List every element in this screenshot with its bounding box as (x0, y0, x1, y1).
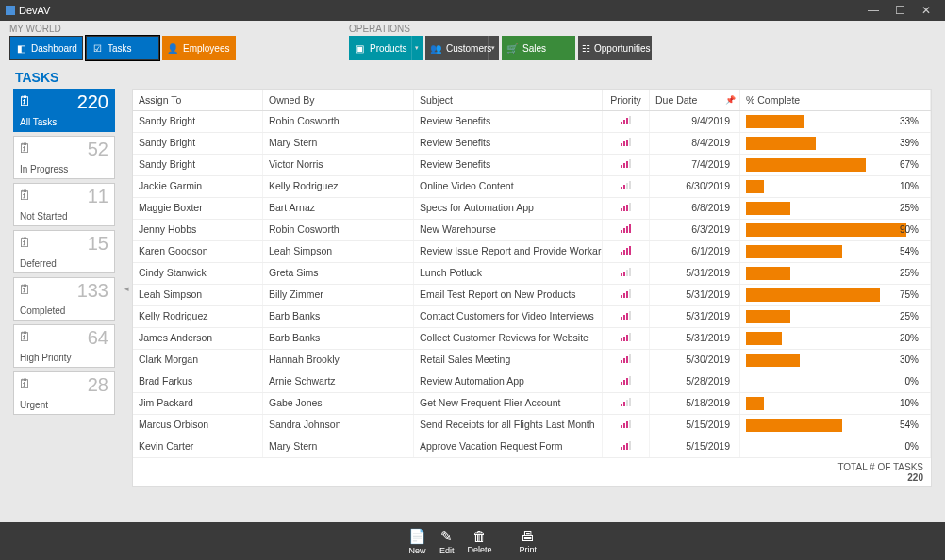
sidebar-count: 11 (88, 186, 108, 207)
status-icon: 🗓 (18, 329, 31, 344)
grid-header-row: Assign To Owned By Subject Priority Due … (133, 90, 931, 111)
priority-bars-icon (621, 158, 631, 168)
cell-due: 6/1/2019 (650, 241, 740, 262)
table-row[interactable]: Leah SimpsonBilly ZimmerEmail Test Repor… (133, 285, 931, 306)
table-row[interactable]: James AndersonBarb BanksCollect Customer… (133, 328, 931, 350)
sidebar-item-high-priority[interactable]: 🗓64High Priority (13, 324, 115, 368)
table-row[interactable]: Sandy BrightVictor NorrisReview Benefits… (133, 155, 931, 176)
cell-pct: 0% (740, 371, 931, 392)
cell-subject: Collect Customer Reviews for Website (414, 328, 603, 349)
nav-dashboard[interactable]: ◧Dashboard (9, 36, 83, 60)
col-header-pct[interactable]: % Complete (740, 90, 931, 110)
table-row[interactable]: Jackie GarminKelly RodriguezOnline Video… (133, 176, 931, 198)
cell-owned: Barb Banks (263, 328, 414, 349)
col-header-due[interactable]: Due Date📌 (650, 90, 740, 110)
nav-opportunities[interactable]: ☷Opportunities (578, 36, 652, 60)
cell-priority (603, 306, 650, 327)
sidebar-item-all-tasks[interactable]: 🗓220All Tasks (13, 89, 115, 132)
chevron-down-icon[interactable]: ▾ (488, 36, 497, 60)
cell-pct: 20% (740, 328, 931, 349)
cell-due: 5/31/2019 (650, 306, 740, 327)
cell-subject: Contact Customers for Video Interviews (414, 306, 603, 327)
sidebar-item-not-started[interactable]: 🗓11Not Started (13, 183, 115, 226)
col-header-owned[interactable]: Owned By (263, 90, 414, 110)
nav-sales[interactable]: 🛒Sales (502, 36, 575, 60)
table-row[interactable]: Brad FarkusArnie SchwartzReview Automati… (133, 371, 931, 393)
cell-assign: Jenny Hobbs (133, 220, 263, 240)
sidebar-count: 64 (88, 327, 108, 349)
employees-icon: 👤 (166, 43, 179, 54)
sidebar-item-in-progress[interactable]: 🗓52In Progress (13, 136, 115, 179)
cell-priority (603, 176, 650, 197)
cell-assign: Sandy Bright (133, 133, 263, 154)
grid-footer-total: TOTAL # OF TASKS220 (133, 458, 931, 486)
table-row[interactable]: Kevin CarterMary SternApprove Vacation R… (133, 436, 931, 458)
sidebar-collapse-handle[interactable]: ◂ (124, 89, 132, 487)
cell-pct: 39% (740, 133, 931, 154)
cell-owned: Billy Zimmer (263, 285, 414, 305)
nav-products[interactable]: ▣Products▾ (349, 36, 423, 60)
col-header-assign[interactable]: Assign To (133, 90, 263, 110)
cell-due: 8/4/2019 (650, 133, 740, 154)
cell-pct: 30% (740, 350, 931, 371)
nav-customers[interactable]: 👥Customers▾ (425, 36, 499, 60)
cell-assign: Sandy Bright (133, 111, 263, 132)
status-icon: 🗓 (18, 376, 31, 391)
new-button[interactable]: 📄New (408, 528, 426, 555)
cell-assign: Sandy Bright (133, 155, 263, 175)
edit-button[interactable]: ✎Edit (439, 528, 455, 555)
cell-pct: 54% (740, 241, 931, 262)
table-row[interactable]: Clark MorganHannah BrooklyRetail Sales M… (133, 350, 931, 371)
cell-priority (603, 371, 650, 392)
ribbon-group-label: MY WORLD (9, 24, 236, 34)
cell-priority (603, 263, 650, 284)
maximize-button[interactable]: ☐ (887, 4, 913, 17)
opportunities-icon: ☷ (582, 43, 590, 54)
nav-tasks[interactable]: ☑Tasks (86, 36, 159, 60)
col-header-priority[interactable]: Priority (603, 90, 650, 110)
cell-owned: Mary Stern (263, 436, 414, 457)
pin-icon[interactable]: 📌 (725, 95, 736, 105)
sidebar-label: Deferred (20, 258, 57, 269)
trash-icon: 🗑 (472, 528, 487, 544)
cell-priority (603, 155, 650, 175)
col-header-subject[interactable]: Subject (414, 90, 603, 110)
priority-bars-icon (621, 354, 631, 363)
table-row[interactable]: Kelly RodriguezBarb BanksContact Custome… (133, 306, 931, 328)
cell-assign: Jim Packard (133, 393, 263, 414)
dashboard-icon: ◧ (14, 43, 27, 54)
table-row[interactable]: Sandy BrightMary SternReview Benefits8/4… (133, 133, 931, 155)
table-row[interactable]: Cindy StanwickGreta SimsLunch Potluck5/3… (133, 263, 931, 285)
priority-bars-icon (621, 310, 631, 320)
file-icon: 📄 (408, 528, 426, 545)
minimize-button[interactable]: — (860, 4, 887, 17)
close-button[interactable]: ✕ (913, 4, 939, 17)
table-row[interactable]: Sandy BrightRobin CosworthReview Benefit… (133, 111, 931, 133)
table-row[interactable]: Karen GoodsonLeah SimpsonReview Issue Re… (133, 241, 931, 263)
sidebar: 🗓220All Tasks🗓52In Progress🗓11Not Starte… (13, 89, 115, 487)
cell-assign: Jackie Garmin (133, 176, 263, 197)
table-row[interactable]: Jenny HobbsRobin CosworthNew Warehourse6… (133, 220, 931, 241)
ribbon-group-myworld: MY WORLD ◧Dashboard ☑Tasks 👤Employees (9, 24, 236, 60)
cell-subject: Specs for Automation App (414, 198, 603, 219)
app-logo-icon (6, 6, 15, 15)
priority-bars-icon (621, 440, 631, 450)
cell-due: 5/31/2019 (650, 328, 740, 349)
cell-subject: Email Test Report on New Products (414, 285, 603, 305)
sales-icon: 🛒 (506, 43, 519, 54)
sidebar-item-completed[interactable]: 🗓133Completed (13, 277, 115, 321)
nav-employees[interactable]: 👤Employees (162, 36, 236, 60)
sidebar-item-deferred[interactable]: 🗓15Deferred (13, 230, 115, 273)
cell-pct: 75% (740, 285, 931, 305)
print-button[interactable]: 🖶Print (520, 528, 538, 554)
table-row[interactable]: Marcus OrbisonSandra JohnsonSend Receipt… (133, 415, 931, 436)
status-icon: 🗓 (18, 235, 31, 250)
table-row[interactable]: Jim PackardGabe JonesGet New Frequent Fl… (133, 393, 931, 415)
cell-due: 9/4/2019 (650, 111, 740, 132)
table-row[interactable]: Maggie BoxterBart ArnazSpecs for Automat… (133, 198, 931, 220)
chevron-down-icon[interactable]: ▾ (411, 36, 421, 60)
delete-button[interactable]: 🗑Delete (467, 528, 491, 554)
priority-bars-icon (621, 223, 631, 233)
sidebar-item-urgent[interactable]: 🗓28Urgent (13, 371, 115, 415)
cell-subject: Review Benefits (414, 155, 603, 175)
